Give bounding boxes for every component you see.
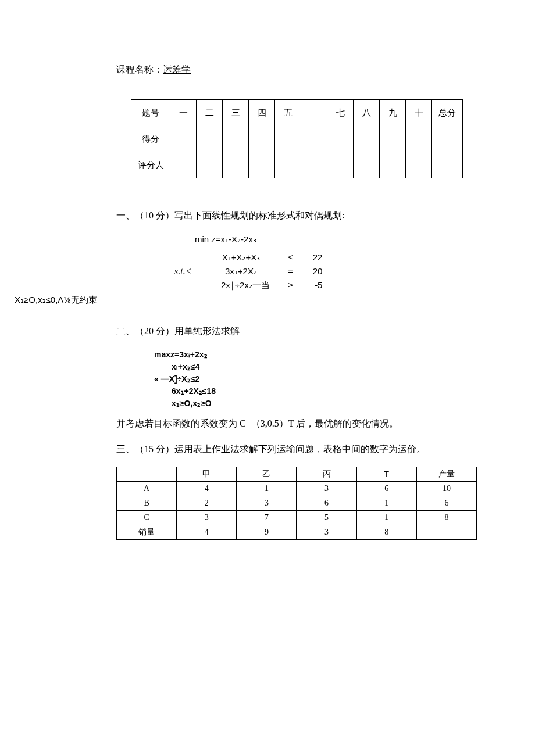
trans-row-b: B 2 3 6 1 6 [117, 496, 477, 510]
q1-c1: X₁+X₂+X₃ ≤ 22 [200, 250, 322, 264]
question-2-text: 二、（20 分）用单纯形法求解 [116, 323, 494, 340]
score-cell [275, 126, 301, 152]
score-row-label: 评分人 [131, 152, 170, 178]
score-head-cell: 十 [406, 100, 432, 126]
trans-cell: 5 [297, 510, 356, 525]
q2-l5: x₁≥O,x₂≥O [154, 397, 494, 410]
score-cell [197, 152, 223, 178]
score-cell [249, 152, 275, 178]
trans-cell: 8 [356, 525, 416, 539]
score-cell [223, 152, 249, 178]
score-cell [406, 152, 432, 178]
score-cell [380, 152, 406, 178]
trans-head: 产量 [416, 467, 476, 481]
q1-var-conditions: X₁≥O,x₂≤0,Λ⅛无约束 [15, 295, 494, 306]
q1-c2-rhs: 20 [299, 264, 322, 278]
q2-after: 并考虑若目标函数的系数变为 C=（3,0.5）T 后，最优解的变化情况。 [116, 415, 494, 432]
score-cell [380, 126, 406, 152]
trans-cell: 6 [356, 481, 416, 496]
trans-head: T [356, 467, 416, 481]
trans-head: 甲 [177, 467, 237, 481]
trans-cell [416, 525, 476, 539]
trans-cell: 销量 [117, 525, 177, 539]
trans-cell: 9 [237, 525, 297, 539]
q1-c3-lhs: —2x∣÷2x₂一当 [200, 278, 281, 292]
q1-st-label: s.t.< [174, 266, 194, 277]
trans-cell: 2 [177, 496, 237, 510]
score-points-row: 得分 [131, 126, 463, 152]
score-head-cell: 四 [249, 100, 275, 126]
score-cell [170, 152, 197, 178]
q1-constraints: s.t.< X₁+X₂+X₃ ≤ 22 3x₁+2X₂ = 20 —2x∣÷2x… [174, 250, 494, 292]
score-cell [197, 126, 223, 152]
course-label: 课程名称： [116, 65, 163, 74]
score-cell [301, 126, 327, 152]
score-cell [432, 126, 463, 152]
score-head-cell: 九 [380, 100, 406, 126]
trans-cell: C [117, 510, 177, 525]
q1-c3-rhs: -5 [299, 278, 322, 292]
course-line: 课程名称：运筹学 [116, 64, 494, 76]
score-head-cell [301, 100, 327, 126]
q2-l3: « —X]÷X₂≤2 [154, 373, 494, 385]
q1-c2: 3x₁+2X₂ = 20 [200, 264, 322, 278]
score-cell [301, 152, 327, 178]
trans-cell: 1 [356, 496, 416, 510]
q2-l2: xᵢ+x₂≤4 [154, 361, 494, 373]
q1-c2-lhs: 3x₁+2X₂ [200, 264, 281, 278]
q1-c1-op: ≤ [281, 250, 299, 264]
score-cell [354, 126, 380, 152]
trans-header-row: 甲 乙 丙 T 产量 [117, 467, 477, 481]
transport-table: 甲 乙 丙 T 产量 A 4 1 3 6 10 B 2 3 6 1 6 C 3 … [116, 467, 477, 540]
trans-row-a: A 4 1 3 6 10 [117, 481, 477, 496]
score-head-cell: 七 [327, 100, 354, 126]
score-head-cell: 三 [223, 100, 249, 126]
score-grader-row: 评分人 [131, 152, 463, 178]
score-cell [249, 126, 275, 152]
trans-cell: 3 [297, 481, 356, 496]
trans-head [117, 467, 177, 481]
question-3-text: 三、（15 分）运用表上作业法求解下列运输问题，表格中间的数字为运价。 [116, 441, 494, 458]
question-1-text: 一、（10 分）写出下面线性规划的标准形式和对偶规划: [116, 207, 494, 224]
q1-brace: X₁+X₂+X₃ ≤ 22 3x₁+2X₂ = 20 —2x∣÷2x₂一当 ≥ … [194, 250, 322, 292]
q2-formula: maxz=3xᵢ+2x₂ xᵢ+x₂≤4 « —X]÷X₂≤2 6x₁+2X₂≤… [154, 349, 494, 410]
score-cell [223, 126, 249, 152]
score-cell [327, 152, 354, 178]
score-head-cell: 五 [275, 100, 301, 126]
q1-c2-op: = [281, 264, 299, 278]
trans-cell: 4 [177, 525, 237, 539]
trans-row-c: C 3 7 5 1 8 [117, 510, 477, 525]
score-cell [170, 126, 197, 152]
trans-row-demand: 销量 4 9 3 8 [117, 525, 477, 539]
score-head-cell: 二 [197, 100, 223, 126]
trans-cell: 10 [416, 481, 476, 496]
score-cell [354, 152, 380, 178]
score-cell [406, 126, 432, 152]
score-head-cell: 总分 [432, 100, 463, 126]
trans-cell: B [117, 496, 177, 510]
trans-head: 乙 [237, 467, 297, 481]
trans-cell: 6 [297, 496, 356, 510]
trans-head: 丙 [297, 467, 356, 481]
q1-c3: —2x∣÷2x₂一当 ≥ -5 [200, 278, 322, 292]
score-header-row: 题号 一 二 三 四 五 七 八 九 十 总分 [131, 100, 463, 126]
trans-cell: 3 [177, 510, 237, 525]
score-head-cell: 八 [354, 100, 380, 126]
document-page: 课程名称：运筹学 题号 一 二 三 四 五 七 八 九 十 总分 得分 评分人 … [0, 0, 535, 598]
score-head-cell: 一 [170, 100, 197, 126]
course-name: 运筹学 [163, 65, 191, 74]
score-cell [327, 126, 354, 152]
q1-c3-op: ≥ [281, 278, 299, 292]
trans-cell: 6 [416, 496, 476, 510]
trans-cell: A [117, 481, 177, 496]
trans-cell: 3 [297, 525, 356, 539]
q2-l4: 6x₁+2X₂≤18 [154, 385, 494, 397]
score-cell [432, 152, 463, 178]
score-cell [275, 152, 301, 178]
score-row-label: 得分 [131, 126, 170, 152]
trans-cell: 1 [356, 510, 416, 525]
trans-cell: 1 [237, 481, 297, 496]
q1-c1-lhs: X₁+X₂+X₃ [200, 250, 281, 264]
q2-l1: maxz=3xᵢ+2x₂ [154, 349, 494, 361]
q1-objective: min z=x₁-X₂-2x₃ [195, 233, 494, 246]
